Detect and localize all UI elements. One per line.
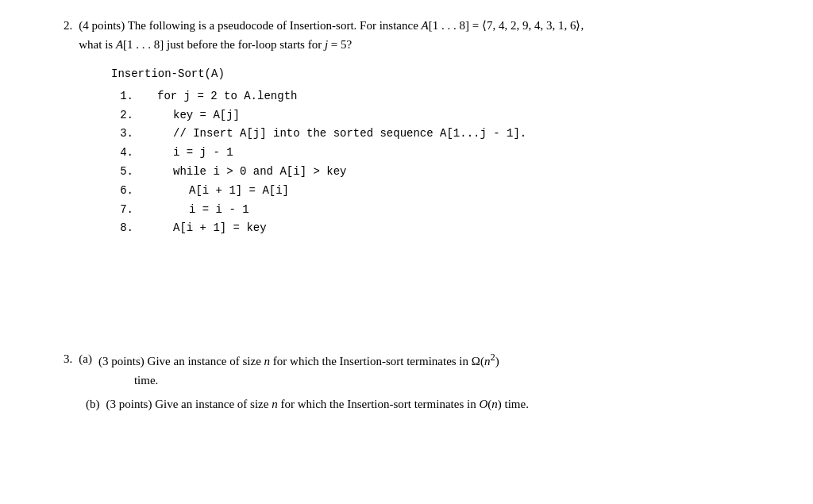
pseudocode-line-8: 8. A[i + 1] = key bbox=[111, 219, 765, 238]
line-code-4: i = j - 1 bbox=[141, 144, 233, 163]
line-code-2: key = A[j] bbox=[141, 106, 240, 125]
line-code-1: for j = 2 to A.length bbox=[141, 87, 297, 106]
q3b-row: (b) (3 points) Give an instance of size … bbox=[86, 394, 765, 414]
q3a-label: (a) bbox=[79, 349, 92, 390]
line-code-5: while i > 0 and A[i] > key bbox=[141, 163, 346, 182]
q2-text2: what is A[1 . . . 8] just before the for… bbox=[79, 38, 352, 51]
line-code-7: i = i - 1 bbox=[141, 201, 249, 220]
line-code-6: A[i + 1] = A[i] bbox=[141, 182, 289, 201]
line-num-3: 3. bbox=[111, 125, 133, 144]
line-num-8: 8. bbox=[111, 219, 133, 238]
pseudocode-line-6: 6. A[i + 1] = A[i] bbox=[111, 182, 765, 201]
line-num-2: 2. bbox=[111, 106, 133, 125]
question-3: 3. (a) (3 points) Give an instance of si… bbox=[64, 349, 765, 414]
line-code-3: // Insert A[j] into the sorted sequence … bbox=[141, 125, 526, 144]
question-2-number: 2. bbox=[64, 16, 72, 54]
line-num-7: 7. bbox=[111, 201, 133, 220]
question-3-block: 3. (a) (3 points) Give an instance of si… bbox=[64, 349, 765, 414]
question-3-number: 3. bbox=[64, 349, 72, 390]
q3a-text: (3 points) Give an instance of size n fo… bbox=[98, 349, 499, 390]
question-3-header: 3. (a) (3 points) Give an instance of si… bbox=[64, 349, 765, 390]
points-label: (4 points) bbox=[79, 19, 125, 32]
pseudocode-block: Insertion-Sort(A) 1. for j = 2 to A.leng… bbox=[111, 65, 765, 238]
pseudocode-line-1: 1. for j = 2 to A.length bbox=[111, 87, 765, 106]
pseudocode-line-2: 2. key = A[j] bbox=[111, 106, 765, 125]
line-num-4: 4. bbox=[111, 144, 133, 163]
pseudocode-line-5: 5. while i > 0 and A[i] > key bbox=[111, 163, 765, 182]
pseudocode-title-text: Insertion-Sort(A) bbox=[111, 67, 225, 80]
question-2: 2. (4 points) The following is a pseudoc… bbox=[64, 16, 765, 238]
q3b-label: (b) bbox=[86, 394, 100, 414]
pseudocode-title: Insertion-Sort(A) bbox=[111, 65, 765, 84]
question-2-header: 2. (4 points) The following is a pseudoc… bbox=[64, 16, 765, 54]
line-code-8: A[i + 1] = key bbox=[141, 219, 267, 238]
q2-text1: The following is a pseudocode of Inserti… bbox=[128, 19, 584, 32]
q3b-text: (3 points) Give an instance of size n fo… bbox=[106, 394, 529, 414]
pseudocode-line-4: 4. i = j - 1 bbox=[111, 144, 765, 163]
page-content: 2. (4 points) The following is a pseudoc… bbox=[64, 16, 765, 414]
line-num-6: 6. bbox=[111, 182, 133, 201]
pseudocode-line-3: 3. // Insert A[j] into the sorted sequen… bbox=[111, 125, 765, 144]
pseudocode-line-7: 7. i = i - 1 bbox=[111, 201, 765, 220]
question-2-text: (4 points) The following is a pseudocode… bbox=[79, 16, 584, 54]
line-num-1: 1. bbox=[111, 87, 133, 106]
line-num-5: 5. bbox=[111, 163, 133, 182]
